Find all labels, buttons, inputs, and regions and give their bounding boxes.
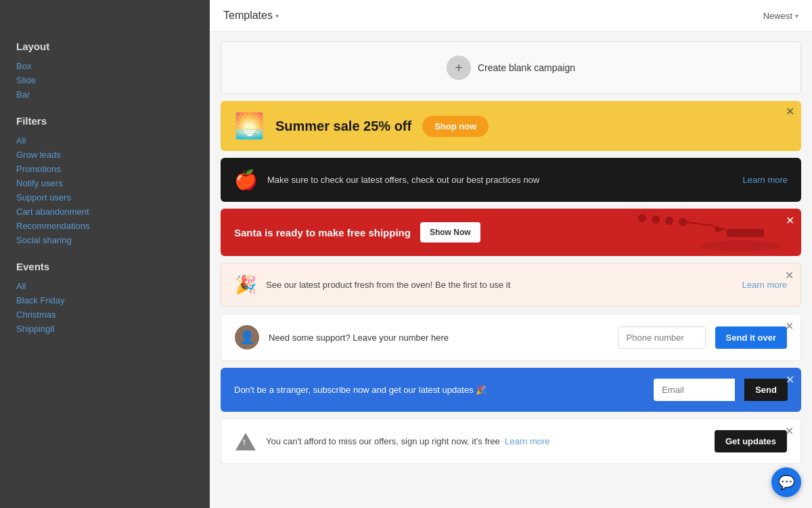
product-icon: 🎉 [235,274,256,295]
sidebar-filter-all[interactable]: All [16,133,194,148]
signup-template[interactable]: You can't afford to miss our offers, sig… [221,419,801,464]
sort-label: Newest [763,11,792,21]
sidebar-event-christmas[interactable]: Christmas [16,308,194,322]
templates-dropdown[interactable]: Templates ▾ [223,9,279,22]
sidebar-item-box[interactable]: Box [16,59,194,73]
sidebar-event-black-friday[interactable]: Black Friday [16,293,194,308]
warning-icon [235,431,256,452]
signup-learn-more-link[interactable]: Learn more [505,436,549,446]
shop-now-button[interactable]: Shop now [422,116,489,137]
templates-list: + Create blank campaign 🌅 Summer sale 25… [210,32,812,508]
plus-icon: + [447,56,471,80]
show-now-button[interactable]: Show Now [420,222,480,242]
sidebar-filter-grow-leads[interactable]: Grow leads [16,148,194,162]
signup-main-text: You can't afford to miss our offers, sig… [266,436,500,446]
support-close-icon[interactable]: ✕ [785,320,794,333]
panel-title: Templates [223,9,273,22]
latest-offers-text: Make sure to check our latest offers, ch… [267,175,734,185]
templates-chevron-icon: ▾ [275,12,279,20]
subscribe-text: Don't be a stranger, subscribe now and g… [234,385,644,395]
filters-section-title: Filters [16,115,194,127]
chat-icon: 💬 [778,474,795,490]
santa-shipping-template[interactable]: Santa is ready to make free shipping Sho… [221,209,801,256]
product-launch-template[interactable]: 🎉 See our latest product fresh from the … [221,263,801,307]
summer-sale-template[interactable]: 🌅 Summer sale 25% off Shop now ✕ [221,101,801,151]
subscribe-close-icon[interactable]: ✕ [786,373,794,386]
support-template[interactable]: 👤 Need some support? Leave your number h… [221,314,801,361]
product-learn-more-link[interactable]: Learn more [742,280,787,290]
sidebar-item-bar[interactable]: Bar [16,87,194,102]
sidebar-event-all[interactable]: All [16,279,194,293]
support-text: Need some support? Leave your number her… [269,333,608,343]
main-panel: Templates ▾ Newest ▾ + Create blank camp… [210,0,812,508]
product-launch-text: See our latest product fresh from the ov… [266,280,733,290]
support-avatar: 👤 [235,325,259,350]
santa-content: Santa is ready to make free shipping Sho… [221,211,801,253]
sidebar-filter-notify-users[interactable]: Notify users [16,176,194,190]
offers-icon: 🍎 [234,169,258,191]
santa-text: Santa is ready to make free shipping [234,227,411,238]
sort-chevron-icon: ▾ [795,12,798,20]
sidebar: Layout Box Slide Bar Filters All Grow le… [0,0,210,508]
product-close-icon[interactable]: ✕ [785,269,794,282]
sidebar-filter-cart-abandonment[interactable]: Cart abandonment [16,205,194,219]
events-section-title: Events [16,261,194,272]
phone-number-input[interactable] [618,326,706,349]
sidebar-filter-recommendations[interactable]: Recommendations [16,219,194,233]
sidebar-filter-promotions[interactable]: Promotions [16,162,194,176]
sidebar-filter-social-sharing[interactable]: Social sharing [16,233,194,247]
signup-close-icon[interactable]: ✕ [785,425,794,438]
sidebar-filter-support-users[interactable]: Support users [16,190,194,205]
get-updates-button[interactable]: Get updates [715,430,787,452]
summer-sale-text: Summer sale 25% off [275,119,411,134]
create-blank-label: Create blank campaign [478,62,575,73]
signup-text: You can't afford to miss our offers, sig… [266,436,705,446]
subscribe-send-button[interactable]: Send [744,379,788,401]
sidebar-item-slide[interactable]: Slide [16,73,194,87]
subscribe-template[interactable]: Don't be a stranger, subscribe now and g… [221,368,801,412]
summer-close-icon[interactable]: ✕ [786,106,794,117]
sidebar-event-shippingll[interactable]: Shippingll [16,322,194,336]
email-input[interactable] [654,379,735,401]
layout-section-title: Layout [16,41,194,52]
santa-close-icon[interactable]: ✕ [786,214,794,227]
offers-learn-more-link[interactable]: Learn more [743,175,788,185]
panel-header: Templates ▾ Newest ▾ [210,0,812,32]
latest-offers-template[interactable]: 🍎 Make sure to check our latest offers, … [221,158,801,202]
send-it-over-button[interactable]: Send it over [715,326,787,349]
sort-dropdown[interactable]: Newest ▾ [763,11,798,21]
create-blank-card[interactable]: + Create blank campaign [221,41,801,94]
sun-icon: 🌅 [234,112,265,140]
summer-sale-content: 🌅 Summer sale 25% off Shop now [221,101,801,151]
chat-bubble-button[interactable]: 💬 [771,467,801,497]
